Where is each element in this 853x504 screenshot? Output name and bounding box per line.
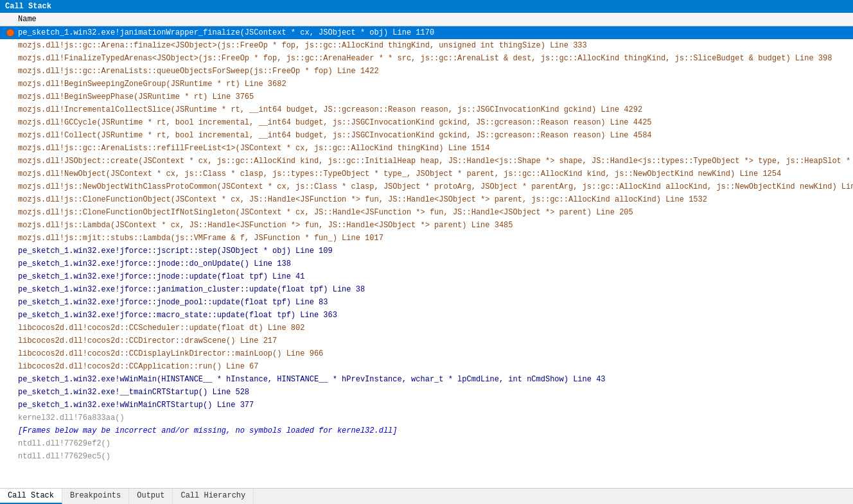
stack-item[interactable]: mozjs.dll!Collect(JSRuntime * rt, bool i… bbox=[0, 129, 853, 142]
stack-item-text: mozjs.dll!Collect(JSRuntime * rt, bool i… bbox=[18, 130, 652, 141]
stack-item-text: libcocos2d.dll!cocos2d::CCScheduler::upd… bbox=[18, 322, 304, 334]
stack-item-text: pe_sketch_1.win32.exe!wWinMainCRTStartup… bbox=[18, 399, 254, 411]
tab-output[interactable]: Output bbox=[129, 489, 173, 504]
stack-item-text: ntdll.dll!77629ec5() bbox=[18, 451, 110, 462]
stack-item[interactable]: pe_sketch_1.win32.exe!jforce::jnode::do_… bbox=[0, 257, 853, 270]
tab-breakpoints[interactable]: Breakpoints bbox=[62, 489, 129, 504]
stack-item[interactable]: libcocos2d.dll!cocos2d::CCScheduler::upd… bbox=[0, 322, 853, 335]
stack-item[interactable]: mozjs.dll!GCCycle(JSRuntime * rt, bool i… bbox=[0, 116, 853, 129]
stack-item[interactable]: mozjs.dll!js::mjit::stubs::Lambda(js::VM… bbox=[0, 232, 853, 245]
stack-item-text: pe_sketch_1.win32.exe!__tmainCRTStartup(… bbox=[18, 387, 249, 398]
stack-item[interactable]: ntdll.dll!77629ef2() bbox=[0, 437, 853, 450]
stack-item-text: mozjs.dll!js::CloneFunctionObject(JSCont… bbox=[18, 194, 707, 205]
stack-item[interactable]: pe_sketch_1.win32.exe!__tmainCRTStartup(… bbox=[0, 386, 853, 399]
stack-item[interactable]: libcocos2d.dll!cocos2d::CCApplication::r… bbox=[0, 360, 853, 373]
stack-item-text: mozjs.dll!js::NewObjectWithClassProtoCom… bbox=[18, 181, 853, 193]
stack-item-text: pe_sketch_1.win32.exe!jforce::janimation… bbox=[18, 284, 365, 295]
stack-item[interactable]: pe_sketch_1.win32.exe!jforce::jscript::s… bbox=[0, 245, 853, 257]
stack-item[interactable]: libcocos2d.dll!cocos2d::CCDisplayLinkDir… bbox=[0, 347, 853, 360]
stack-item[interactable]: pe_sketch_1.win32.exe!wWinMain(HINSTANCE… bbox=[0, 373, 853, 386]
stack-item-text: mozjs.dll!BeginSweepPhase(JSRuntime * rt… bbox=[18, 91, 254, 103]
stack-item[interactable]: mozjs.dll!js::gc::ArenaLists::queueObjec… bbox=[0, 65, 853, 78]
stack-item-text: pe_sketch_1.win32.exe!jforce::jnode::do_… bbox=[18, 258, 291, 270]
call-stack-list[interactable]: pe_sketch_1.win32.exe!janimationWrapper_… bbox=[0, 26, 853, 488]
stack-item-text: mozjs.dll!FinalizeTypedArenas<JSObject>(… bbox=[18, 53, 832, 64]
stack-item-text: mozjs.dll!js::Lambda(JSContext * cx, JS:… bbox=[18, 220, 513, 231]
tab-callhierarchy[interactable]: Call Hierarchy bbox=[173, 489, 254, 504]
stack-item[interactable]: mozjs.dll!BeginSweepPhase(JSRuntime * rt… bbox=[0, 91, 853, 103]
column-name-label: Name bbox=[18, 15, 37, 24]
stack-item[interactable]: mozjs.dll!js::NewObjectWithClassProtoCom… bbox=[0, 180, 853, 193]
stack-item[interactable]: mozjs.dll!js::CloneFunctionObjectIfNotSi… bbox=[0, 206, 853, 219]
stack-item-text: libcocos2d.dll!cocos2d::CCApplication::r… bbox=[18, 361, 258, 372]
stack-item[interactable]: mozjs.dll!js::gc::Arena::finalize<JSObje… bbox=[0, 39, 853, 52]
stack-item-text: mozjs.dll!js::CloneFunctionObjectIfNotSi… bbox=[18, 207, 633, 218]
stack-item-text: [Frames below may be incorrect and/or mi… bbox=[18, 425, 398, 437]
stack-item-text: ntdll.dll!77629ef2() bbox=[18, 438, 110, 449]
stack-item[interactable]: mozjs.dll!NewObject(JSContext * cx, js::… bbox=[0, 168, 853, 180]
stack-item[interactable]: pe_sketch_1.win32.exe!jforce::macro_stat… bbox=[0, 309, 853, 322]
stack-item[interactable]: pe_sketch_1.win32.exe!jforce::janimation… bbox=[0, 283, 853, 296]
stack-item-text: pe_sketch_1.win32.exe!jforce::macro_stat… bbox=[18, 309, 337, 321]
stack-item[interactable]: mozjs.dll!BeginSweepingZoneGroup(JSRunti… bbox=[0, 78, 853, 91]
stack-item[interactable]: mozjs.dll!JSObject::create(JSContext * c… bbox=[0, 155, 853, 168]
stack-item[interactable]: mozjs.dll!js::Lambda(JSContext * cx, JS:… bbox=[0, 219, 853, 232]
stack-item[interactable]: mozjs.dll!FinalizeTypedArenas<JSObject>(… bbox=[0, 52, 853, 65]
stack-item-text: pe_sketch_1.win32.exe!wWinMain(HINSTANCE… bbox=[18, 374, 606, 385]
stack-item[interactable]: [Frames below may be incorrect and/or mi… bbox=[0, 424, 853, 437]
stack-item[interactable]: mozjs.dll!IncrementalCollectSlice(JSRunt… bbox=[0, 103, 853, 116]
stack-item[interactable]: ntdll.dll!77629ec5() bbox=[0, 450, 853, 463]
stack-item[interactable]: mozjs.dll!js::gc::ArenaLists::refillFree… bbox=[0, 142, 853, 155]
stack-item-text: pe_sketch_1.win32.exe!jforce::jnode::upd… bbox=[18, 271, 304, 282]
stack-item[interactable]: kernel32.dll!76a833aa() bbox=[0, 412, 853, 424]
bottom-tabs: Call StackBreakpointsOutputCall Hierarch… bbox=[0, 488, 853, 504]
stack-item[interactable]: libcocos2d.dll!cocos2d::CCDirector::draw… bbox=[0, 335, 853, 347]
orange-dot-icon bbox=[5, 28, 15, 38]
stack-item-text: mozjs.dll!IncrementalCollectSlice(JSRunt… bbox=[18, 104, 642, 116]
stack-item-text: mozjs.dll!js::gc::ArenaLists::queueObjec… bbox=[18, 65, 379, 77]
stack-item[interactable]: pe_sketch_1.win32.exe!jforce::jnode::upd… bbox=[0, 270, 853, 283]
stack-item-text: pe_sketch_1.win32.exe!janimationWrapper_… bbox=[18, 27, 434, 39]
stack-item-text: mozjs.dll!js::gc::ArenaLists::refillFree… bbox=[18, 143, 490, 154]
stack-item-text: pe_sketch_1.win32.exe!jforce::jnode_pool… bbox=[18, 297, 328, 308]
stack-item[interactable]: mozjs.dll!js::CloneFunctionObject(JSCont… bbox=[0, 193, 853, 206]
stack-item-text: mozjs.dll!JSObject::create(JSContext * c… bbox=[18, 155, 853, 167]
stack-item-text: libcocos2d.dll!cocos2d::CCDirector::draw… bbox=[18, 335, 277, 347]
stack-item[interactable]: pe_sketch_1.win32.exe!wWinMainCRTStartup… bbox=[0, 399, 853, 412]
column-header: Name bbox=[0, 13, 853, 26]
stack-item-text: pe_sketch_1.win32.exe!jforce::jscript::s… bbox=[18, 245, 333, 257]
stack-item-text: libcocos2d.dll!cocos2d::CCDisplayLinkDir… bbox=[18, 348, 323, 360]
stack-item-text: mozjs.dll!BeginSweepingZoneGroup(JSRunti… bbox=[18, 78, 286, 90]
tab-callstack[interactable]: Call Stack bbox=[0, 489, 62, 504]
stack-item-text: mozjs.dll!js::mjit::stubs::Lambda(js::VM… bbox=[18, 232, 383, 244]
stack-item[interactable]: pe_sketch_1.win32.exe!janimationWrapper_… bbox=[0, 26, 853, 39]
stack-item-text: mozjs.dll!NewObject(JSContext * cx, js::… bbox=[18, 168, 781, 180]
stack-item-text: mozjs.dll!GCCycle(JSRuntime * rt, bool i… bbox=[18, 117, 652, 128]
stack-item-text: mozjs.dll!js::gc::Arena::finalize<JSObje… bbox=[18, 40, 587, 51]
title-bar: Call Stack bbox=[0, 0, 853, 13]
stack-item-text: kernel32.dll!76a833aa() bbox=[18, 412, 125, 424]
stack-item[interactable]: pe_sketch_1.win32.exe!jforce::jnode_pool… bbox=[0, 296, 853, 309]
title-bar-label: Call Stack bbox=[5, 2, 51, 11]
